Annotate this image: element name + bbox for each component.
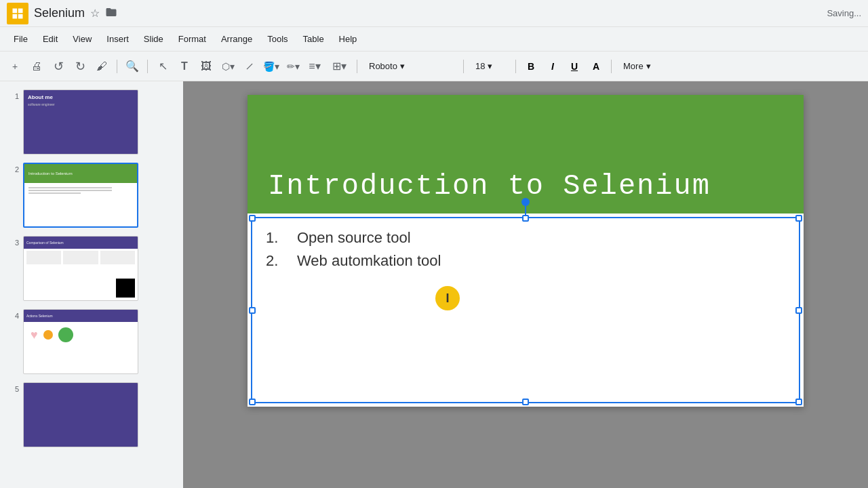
slide-item-2[interactable]: 2 Introduction to Selenium (5, 160, 178, 230)
list-text-2: Web automkation tool (297, 252, 441, 270)
resize-handle-top-circle[interactable] (521, 198, 530, 206)
menu-view[interactable]: View (66, 31, 98, 47)
folder-icon[interactable] (105, 6, 117, 21)
green-circle (58, 327, 73, 342)
svg-rect-1 (18, 8, 23, 13)
slide-body: 1. Open source tool 2. Web automkation t… (248, 214, 804, 407)
heart-shape: ♥ (31, 328, 38, 342)
menu-bar: File Edit View Insert Slide Format Arran… (0, 27, 868, 52)
separator-2 (147, 60, 148, 73)
separator-4 (463, 60, 464, 73)
app-icon (7, 3, 28, 24)
menu-format[interactable]: Format (172, 31, 213, 47)
slide-number-3: 3 (8, 239, 19, 247)
fill-color-button[interactable]: 🪣▾ (262, 57, 281, 76)
list-number-2: 2. (266, 252, 286, 270)
slide-thumb-4: Actions Selenium ♥ (23, 309, 138, 374)
slide-3-thumb-header: Comparison of Selenium (24, 237, 138, 249)
add-slide-button[interactable]: + (5, 57, 24, 76)
redo-button[interactable]: ↻ (71, 57, 90, 76)
menu-insert[interactable]: Insert (100, 31, 136, 47)
slide-thumb-5 (23, 382, 138, 447)
menu-table[interactable]: Table (296, 31, 331, 47)
menu-edit[interactable]: Edit (36, 31, 64, 47)
bold-button[interactable]: B (521, 57, 540, 76)
more-dropdown[interactable]: More ▾ (617, 57, 657, 76)
undo-button[interactable]: ↺ (49, 57, 68, 76)
slide-4-shapes: ♥ (24, 322, 138, 348)
slide-4-thumb-header: Actions Selenium (24, 310, 138, 322)
border-color-button[interactable]: ✏▾ (283, 57, 302, 76)
svg-rect-2 (13, 14, 18, 18)
document-title: Selenium (34, 6, 85, 20)
slide-2-header-text: Introduction to Selenium (28, 171, 73, 176)
menu-tools[interactable]: Tools (260, 31, 294, 47)
font-color-button[interactable]: A (587, 57, 606, 76)
print-button[interactable]: 🖨 (27, 57, 46, 76)
col-1 (26, 251, 61, 264)
slide-number-5: 5 (8, 385, 19, 393)
slides-panel: 1 About me software engineer 2 Introduct… (0, 81, 183, 488)
more-label: More (623, 61, 644, 71)
slide-canvas: Introduction to Selenium (248, 95, 804, 407)
align-button[interactable]: ≡▾ (305, 57, 324, 76)
italic-button[interactable]: I (543, 57, 562, 76)
slide-item-5[interactable]: 5 (5, 380, 178, 450)
text-tool[interactable]: T (175, 57, 194, 76)
resize-handle-mr[interactable] (795, 307, 802, 314)
slide-item-3[interactable]: 3 Comparison of Selenium (5, 233, 178, 304)
slide-1-thumb-subtitle: software engineer (28, 102, 55, 106)
slide-header: Introduction to Selenium (248, 95, 804, 214)
star-icon[interactable]: ☆ (90, 7, 100, 20)
cursor-tool[interactable]: ↖ (153, 57, 172, 76)
resize-handle-ml[interactable] (249, 307, 256, 314)
orange-circle (43, 330, 53, 340)
resize-handle-bl[interactable] (249, 399, 256, 405)
resize-handle-tc[interactable] (522, 215, 529, 222)
text-box-selected[interactable]: 1. Open source tool 2. Web automkation t… (251, 217, 800, 403)
menu-help[interactable]: Help (332, 31, 364, 47)
resize-handle-tr[interactable] (795, 215, 802, 222)
image-tool[interactable]: 🖼 (197, 57, 216, 76)
canvas-area[interactable]: Introduction to Selenium (183, 81, 868, 488)
font-family-dropdown[interactable]: Roboto ▾ (363, 57, 458, 76)
slide-item-1[interactable]: 1 About me software engineer (5, 87, 178, 157)
svg-rect-3 (18, 14, 23, 18)
font-size-label: 18 (475, 61, 485, 71)
zoom-button[interactable]: 🔍 (123, 57, 142, 76)
separator-3 (357, 60, 357, 73)
col-3 (100, 251, 135, 264)
separator-5 (515, 60, 516, 73)
resize-handle-bc[interactable] (522, 399, 529, 405)
col-2 (63, 251, 98, 264)
slide-2-line-1 (28, 187, 112, 188)
list-item-2: 2. Web automkation tool (266, 252, 785, 270)
menu-slide[interactable]: Slide (137, 31, 170, 47)
resize-handle-tl[interactable] (249, 215, 256, 222)
slide-title[interactable]: Introduction to Selenium (268, 170, 711, 203)
svg-rect-0 (13, 8, 18, 13)
slide-number-1: 1 (8, 92, 19, 100)
bullet-list: 1. Open source tool 2. Web automkation t… (266, 229, 785, 270)
slide-3-content (24, 249, 138, 266)
black-shape (116, 279, 135, 298)
slide-3-header-text: Comparison of Selenium (26, 241, 64, 245)
list-text-1: Open source tool (297, 229, 411, 247)
slide-2-line-3 (28, 192, 81, 194)
more-arrow: ▾ (646, 61, 651, 71)
size-dropdown-arrow: ▾ (488, 61, 492, 71)
line-tool[interactable]: ─ (236, 53, 263, 80)
slide-item-4[interactable]: 4 Actions Selenium ♥ (5, 306, 178, 377)
menu-arrange[interactable]: Arrange (214, 31, 259, 47)
underline-button[interactable]: U (565, 57, 584, 76)
paint-format-button[interactable]: 🖌 (92, 57, 111, 76)
font-size-dropdown[interactable]: 18 ▾ (469, 57, 510, 76)
shapes-tool[interactable]: ⬡▾ (218, 57, 237, 76)
slide-1-thumb-title: About me (28, 94, 53, 100)
resize-handle-br[interactable] (795, 399, 802, 405)
title-bar: Selenium ☆ Saving... (0, 0, 868, 27)
table-button[interactable]: ⊞▾ (327, 57, 351, 76)
menu-file[interactable]: File (7, 31, 35, 47)
saving-status: Saving... (827, 8, 861, 18)
slide-2-thumb-header: Introduction to Selenium (24, 164, 137, 183)
